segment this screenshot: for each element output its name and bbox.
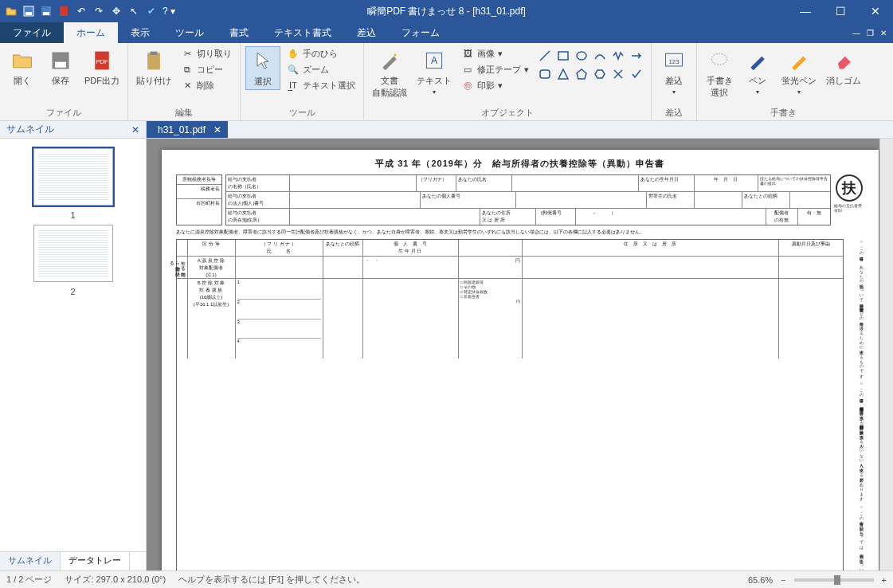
shape-arrow[interactable]	[629, 48, 644, 64]
shape-check[interactable]	[629, 66, 644, 82]
shape-cross[interactable]	[610, 66, 626, 82]
side-panel-close-icon[interactable]: ✕	[131, 124, 139, 135]
mdi-close-icon[interactable]: ✕	[880, 29, 887, 37]
shape-pentagon[interactable]	[574, 66, 589, 82]
document-tabs: h31_01.pdf ✕	[147, 121, 893, 139]
document-tab[interactable]: h31_01.pdf ✕	[147, 121, 228, 138]
qat-save-icon[interactable]	[21, 3, 37, 19]
lasso-icon	[707, 48, 732, 73]
eraser-button[interactable]: 消しゴム	[823, 46, 864, 88]
group-label-object: オブジェクト	[369, 105, 646, 120]
folder-open-icon	[10, 48, 35, 73]
side-panel-header: サムネイル ✕	[0, 121, 146, 139]
merge-button[interactable]: 123差込▾	[656, 46, 691, 97]
minimize-button[interactable]: —	[788, 0, 823, 22]
tab-home[interactable]: ホーム	[64, 22, 118, 43]
open-button[interactable]: 開く	[5, 46, 40, 88]
qat-arrow-icon[interactable]: ↖	[126, 3, 142, 19]
svg-rect-15	[558, 52, 568, 60]
pdf-page: 平成 31 年（2019年）分 給与所得者の扶養控除等（異動）申告書 所轄税務署…	[162, 150, 879, 570]
copy-button[interactable]: ⧉コピー	[178, 62, 235, 76]
document-area: h31_01.pdf ✕ 平成 31 年（2019年）分 給与所得者の扶養控除等…	[147, 121, 893, 570]
document-viewport[interactable]: 平成 31 年（2019年）分 給与所得者の扶養控除等（異動）申告書 所轄税務署…	[147, 139, 893, 570]
highlight-button[interactable]: 蛍光ペン▾	[778, 46, 820, 97]
document-tab-close-icon[interactable]: ✕	[213, 124, 221, 135]
tab-form[interactable]: フォーム	[389, 22, 452, 43]
tape-button[interactable]: ▭修正テープ ▾	[458, 62, 532, 76]
form-title: 平成 31 年（2019年）分 給与所得者の扶養控除等（異動）申告書	[176, 158, 864, 170]
svg-rect-1	[25, 12, 32, 15]
select-button[interactable]: 選択	[245, 46, 280, 90]
palm-button[interactable]: ✋手のひら	[284, 46, 358, 61]
zoom-in-button[interactable]: +	[882, 575, 887, 585]
cut-button[interactable]: ✂切り取り	[178, 46, 235, 61]
side-tab-thumbnail[interactable]: サムネイル	[0, 552, 61, 570]
ribbon-group-merge: 123差込▾ 差込	[652, 43, 697, 120]
autorec-button[interactable]: 文書 自動認識	[369, 46, 410, 100]
qat-saveas-icon[interactable]	[38, 3, 54, 19]
mdi-controls: — ❐ ✕	[852, 22, 893, 43]
shape-line[interactable]	[537, 48, 553, 64]
status-size: サイズ: 297.0 x 210.0 (0°)	[65, 574, 166, 586]
mdi-restore-icon[interactable]: ❐	[867, 29, 874, 37]
text-icon: A	[421, 48, 447, 73]
qat-undo-icon[interactable]: ↶	[73, 3, 89, 19]
save-button[interactable]: 保存	[43, 46, 78, 88]
svg-rect-10	[151, 52, 158, 55]
qat-redo-icon[interactable]: ↷	[91, 3, 107, 19]
shape-hexagon[interactable]	[592, 66, 608, 82]
eraser-icon	[831, 48, 856, 73]
scissors-icon: ✂	[181, 47, 194, 60]
tab-format[interactable]: 書式	[217, 22, 261, 43]
qat-cursor-icon[interactable]: ✥	[108, 3, 124, 19]
pdfout-button[interactable]: PDFPDF出力	[81, 46, 123, 88]
shape-triangle[interactable]	[555, 66, 571, 82]
tab-merge[interactable]: 差込	[344, 22, 389, 43]
window-title: 瞬簡PDF 書けまっせ 8 - [h31_01.pdf]	[367, 5, 526, 18]
qat-open-icon[interactable]	[3, 3, 19, 19]
pdf-icon: PDF	[89, 48, 115, 73]
tab-view[interactable]: 表示	[118, 22, 163, 43]
tab-file[interactable]: ファイル	[0, 22, 64, 43]
quick-access-toolbar: ↶ ↷ ✥ ↖ ✔ ? ▾	[0, 3, 180, 19]
shape-rect[interactable]	[555, 48, 571, 64]
delete-button[interactable]: ✕削除	[178, 78, 235, 92]
thumbnail-label-1: 1	[70, 210, 75, 220]
ribbon-group-hand: 手書き 選択 ペン▾ 蛍光ペン▾ 消しゴム 手書き	[697, 43, 869, 120]
side-panel: サムネイル ✕ 1 2 サムネイル データトレー	[0, 121, 147, 570]
text-button[interactable]: Aテキスト▾	[413, 46, 455, 97]
shape-ellipse[interactable]	[574, 48, 589, 64]
shape-zigzag[interactable]	[610, 48, 626, 64]
svg-text:PDF: PDF	[96, 58, 108, 65]
stamp-button[interactable]: ㊞印影 ▾	[458, 78, 532, 92]
close-button[interactable]: ✕	[858, 0, 893, 22]
copy-icon: ⧉	[181, 63, 194, 76]
shape-curve[interactable]	[592, 48, 608, 64]
thumbnail-page-2[interactable]	[33, 225, 113, 282]
svg-point-22	[711, 53, 727, 65]
mdi-min-icon[interactable]: —	[852, 29, 860, 37]
qat-pdf-icon[interactable]	[56, 3, 72, 19]
tab-tool[interactable]: ツール	[163, 22, 217, 43]
thumbnail-page-1[interactable]	[33, 148, 113, 206]
shape-roundrect[interactable]	[537, 66, 553, 82]
image-button[interactable]: 🖼画像 ▾	[458, 46, 532, 61]
ribbon: 開く 保存 PDFPDF出力 ファイル 貼り付け ✂切り取り ⧉コピー ✕削除 …	[0, 43, 893, 121]
status-help: ヘルプを表示するには [F1] を押してください。	[178, 574, 365, 586]
textsel-button[interactable]: I̲Tテキスト選択	[284, 78, 358, 92]
group-label-file: ファイル	[5, 105, 123, 120]
pen-button[interactable]: ペン▾	[740, 46, 775, 97]
zoom-out-button[interactable]: −	[781, 575, 785, 585]
shape-gallery	[535, 46, 646, 84]
maximize-button[interactable]: ☐	[823, 0, 858, 22]
zoom-button[interactable]: 🔍ズーム	[284, 62, 358, 76]
side-tab-datatray[interactable]: データトレー	[61, 552, 130, 570]
zoom-slider[interactable]	[794, 578, 874, 582]
svg-rect-9	[147, 53, 160, 69]
qat-help-icon[interactable]: ? ▾	[161, 3, 177, 19]
paste-button[interactable]: 貼り付け	[133, 46, 174, 88]
qat-check-icon[interactable]: ✔	[143, 3, 159, 19]
handsel-button[interactable]: 手書き 選択	[702, 46, 737, 100]
save-icon	[48, 48, 73, 73]
tab-textformat[interactable]: テキスト書式	[261, 22, 344, 43]
